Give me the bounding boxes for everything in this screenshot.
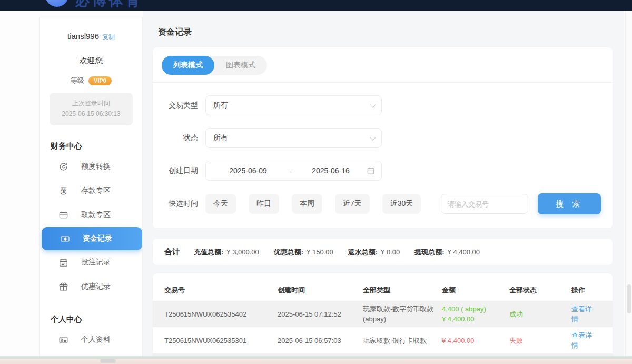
svg-text:S: S	[62, 190, 65, 193]
view-details-link[interactable]: 查看详情	[571, 301, 601, 327]
txn-type: 玩家取款-数字货币取款 (abpay)	[363, 301, 442, 327]
sidebar-item-label: 资金记录	[83, 234, 112, 243]
bottom-bar	[0, 357, 632, 364]
sidebar-item-label: 投注记录	[81, 258, 111, 267]
sidebar-item-label: 额度转换	[81, 162, 111, 171]
quick-button[interactable]: 昨日	[249, 194, 279, 214]
sidebar-item-bet-record[interactable]: 投注记录	[40, 250, 142, 274]
summary-item-label: 提现总额:	[414, 248, 444, 256]
level-line: 等级VIP0	[40, 76, 142, 85]
quick-button[interactable]: 今天	[205, 194, 236, 214]
sidebar-item-deposit[interactable]: S存款专区	[40, 179, 142, 203]
status-label: 状态	[153, 133, 205, 143]
sidebar-item-label: 个人资料	[81, 335, 111, 345]
chevron-down-icon	[370, 134, 376, 140]
quick-button[interactable]: 近30天	[382, 194, 421, 214]
page-title: 资金记录	[143, 11, 624, 47]
quick-button[interactable]: 本周	[292, 194, 322, 214]
date-range-input[interactable]: 2025-06-09 → 2025-06-16	[205, 161, 382, 181]
page-scrollbar[interactable]	[625, 11, 632, 357]
txn-type: 玩家取款-银行卡取款	[363, 332, 442, 349]
horizontal-scrollbar-thumb[interactable]	[100, 359, 116, 363]
page-body: tiansl996复制 欢迎您 等级VIP0 上次登录时间 2025-06-15…	[0, 11, 632, 357]
app-window: 必博体育 tiansl996复制 欢迎您 等级VIP0 上次登录时间 2025-…	[0, 0, 632, 364]
txn-amount: ¥ 4,400.00	[442, 332, 509, 349]
summary-item-value: ¥ 3,000.00	[226, 248, 259, 256]
table-row: T250615NWUX0846659032025-06-15 06:52:59转…	[153, 353, 613, 357]
sidebar: tiansl996复制 欢迎您 等级VIP0 上次登录时间 2025-06-15…	[39, 17, 143, 357]
summary-item-label: 返水总额:	[348, 248, 378, 256]
sidebar-item-funds-record[interactable]: $资金记录	[42, 227, 142, 250]
summary-item: 返水总额:¥ 0.00	[348, 248, 400, 256]
table-header-cell: 全部状态	[509, 282, 571, 298]
transaction-search-input[interactable]	[441, 194, 528, 214]
status-row: 状态 所有	[153, 128, 613, 148]
main-content: 资金记录 列表模式图表模式 交易类型 所有 状态 所有	[143, 11, 624, 357]
sidebar-menu: 财务中心C额度转换S存款专区取款专区$资金记录投注记录优惠记录个人中心个人资料安…	[40, 141, 142, 357]
chevron-down-icon	[370, 102, 376, 107]
moneybag-icon: S	[58, 185, 68, 196]
created-time: 2025-06-15 06:57:03	[278, 332, 363, 349]
table-header-cell: 操作	[571, 282, 601, 298]
sidebar-section-title: 个人中心	[51, 314, 142, 324]
view-details-link[interactable]: 查看详情	[571, 327, 601, 353]
summary-item: 优惠总额:¥ 150.00	[274, 248, 333, 256]
total-label: 合计	[164, 247, 180, 257]
vip-badge: VIP0	[88, 76, 112, 85]
svg-text:C: C	[62, 165, 65, 169]
summary-bar: 合计 充值总额:¥ 3,000.00优惠总额:¥ 150.00返水总额:¥ 0.…	[153, 239, 613, 265]
calendar-icon	[58, 257, 68, 268]
date-from[interactable]: 2025-06-09	[212, 166, 284, 175]
summary-items: 充值总额:¥ 3,000.00优惠总额:¥ 150.00返水总额:¥ 0.00提…	[194, 247, 495, 257]
sidebar-item-label: 优惠记录	[81, 282, 111, 291]
sidebar-section-title: 财务中心	[51, 141, 142, 151]
brand-logo-icon[interactable]	[45, 0, 68, 7]
sidebar-item-promo-record[interactable]: 优惠记录	[40, 274, 142, 299]
last-login-time: 2025-06-15 06:30:13	[53, 109, 130, 119]
copy-button[interactable]: 复制	[102, 33, 115, 41]
quick-buttons: 今天昨日本周近7天近30天	[205, 194, 433, 214]
table-header-cell: 金额	[442, 282, 509, 298]
view-mode-tabs: 列表模式图表模式	[153, 47, 613, 83]
filter-card: 列表模式图表模式 交易类型 所有 状态 所有	[153, 47, 613, 228]
sidebar-item-security[interactable]: 安全中心	[40, 352, 142, 357]
sidebar-item-profile[interactable]: 个人资料	[40, 328, 142, 352]
sidebar-item-label: 存款专区	[81, 186, 111, 195]
date-arrow-icon: →	[284, 167, 295, 175]
scrollbar-thumb[interactable]	[627, 284, 631, 313]
transaction-type-row: 交易类型 所有	[153, 95, 613, 115]
calendar-icon[interactable]	[367, 166, 375, 175]
card-icon	[58, 210, 68, 220]
summary-item-value: ¥ 0.00	[381, 248, 400, 256]
view-details-link[interactable]: 查看详情	[571, 353, 601, 357]
table-body: T250615NWUX0625354022025-06-15 07:12:52玩…	[153, 301, 613, 357]
last-login-label: 上次登录时间	[53, 98, 130, 109]
summary-item: 提现总额:¥ 4,400.00	[414, 248, 480, 256]
top-navbar: 必博体育	[0, 0, 632, 11]
summary-item-label: 优惠总额:	[274, 248, 303, 256]
tabs-pill: 列表模式图表模式	[162, 56, 267, 75]
records-table: 交易号创建时间全部类型金额全部状态操作 T250615NWUX062535402…	[153, 273, 613, 357]
quick-button[interactable]: 近7天	[335, 194, 370, 214]
idcard-icon	[58, 335, 68, 345]
last-login-box: 上次登录时间 2025-06-15 06:30:13	[50, 93, 133, 125]
sidebar-item-withdraw[interactable]: 取款专区	[40, 203, 142, 227]
tab-list-mode[interactable]: 列表模式	[162, 56, 214, 75]
search-button[interactable]: 搜 索	[538, 193, 601, 214]
summary-item: 充值总额:¥ 3,000.00	[194, 248, 259, 256]
transaction-type-select[interactable]: 所有	[205, 95, 382, 115]
brand-title[interactable]: 必博体育	[75, 0, 143, 10]
created-time: 2025-06-15 07:12:52	[278, 306, 363, 322]
date-to[interactable]: 2025-06-16	[295, 166, 367, 175]
sidebar-item-quota-transfer[interactable]: C额度转换	[40, 154, 142, 179]
tab-chart-mode[interactable]: 图表模式	[214, 56, 267, 75]
banknote-icon: $	[60, 233, 70, 244]
status-select[interactable]: 所有	[205, 128, 382, 148]
user-line: tiansl996复制	[40, 32, 142, 42]
summary-item-value: ¥ 150.00	[307, 248, 333, 256]
txn-status: 失败	[509, 332, 571, 349]
gift-icon	[58, 281, 68, 292]
txn-status: 成功	[509, 306, 571, 322]
table-header-cell: 全部类型	[363, 282, 442, 298]
table-header-cell: 创建时间	[278, 282, 363, 298]
